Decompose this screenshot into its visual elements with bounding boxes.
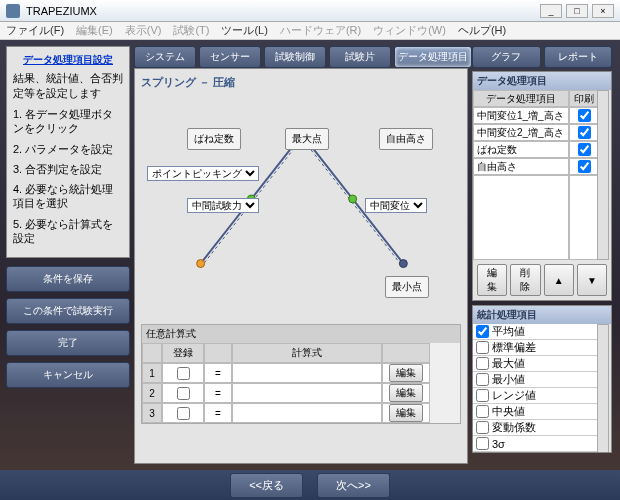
calc-reg-check[interactable] [162, 403, 204, 423]
calc-edit-button[interactable]: 編集 [389, 404, 423, 422]
next-button[interactable]: 次へ>> [317, 473, 390, 498]
stat-row[interactable]: 平均値 [473, 324, 599, 340]
done-button[interactable]: 完了 [6, 330, 130, 356]
tab-specimen[interactable]: 試験片 [329, 46, 391, 68]
menu-help[interactable]: ヘルプ(H) [458, 23, 506, 38]
tab-sensor[interactable]: センサー [199, 46, 261, 68]
node-free-height[interactable]: 自由高さ [379, 128, 433, 150]
stat-row[interactable]: 3σ [473, 436, 599, 452]
menu-file[interactable]: ファイル(F) [6, 23, 64, 38]
stat-row[interactable]: レンジ値 [473, 388, 599, 404]
cancel-button[interactable]: キャンセル [6, 362, 130, 388]
menu-bar: ファイル(F) 編集(E) 表示(V) 試験(T) ツール(L) ハードウェア(… [0, 22, 620, 40]
run-test-button[interactable]: この条件で試験実行 [6, 298, 130, 324]
stats-header: 統計処理項目 [473, 306, 611, 324]
item-cell [473, 175, 569, 260]
menu-edit[interactable]: 編集(E) [76, 23, 113, 38]
stat-row[interactable]: 変動係数 [473, 420, 599, 436]
back-button[interactable]: <<戻る [230, 473, 303, 498]
close-button[interactable]: × [592, 4, 614, 18]
stat-row[interactable]: 標準偏差 [473, 340, 599, 356]
main-panel: スプリング － 圧縮 ばね定数 最大点 自由高さ ポイントピッキング 中間試験力 [134, 68, 468, 464]
calc-col-formula: 計算式 [232, 343, 382, 363]
stat-row[interactable]: 最小値 [473, 372, 599, 388]
node-max-point[interactable]: 最大点 [285, 128, 329, 150]
edit-button[interactable]: 編集 [477, 264, 507, 296]
print-check [569, 175, 599, 260]
calc-edit-cell: 編集 [382, 383, 430, 403]
move-up-button[interactable]: ▲ [544, 264, 574, 296]
tab-control[interactable]: 試験制御 [264, 46, 326, 68]
footer-nav: <<戻る 次へ>> [0, 470, 620, 500]
data-items-header: データ処理項目 [473, 72, 611, 90]
mid-force-select[interactable]: 中間試験力 [187, 198, 259, 213]
stat-row[interactable]: 中央値 [473, 404, 599, 420]
tab-graph[interactable]: グラフ [472, 46, 541, 68]
calc-formula-cell[interactable] [232, 403, 382, 423]
guide-header: データ処理項目設定 [13, 53, 123, 67]
menu-test[interactable]: 試験(T) [173, 23, 209, 38]
window-title: TRAPEZIUMX [26, 5, 97, 17]
title-bar: TRAPEZIUMX _ □ × [0, 0, 620, 22]
node-spring-const[interactable]: ばね定数 [187, 128, 241, 150]
diagram-area: ばね定数 最大点 自由高さ ポイントピッキング 中間試験力 中間変位 最小点 [141, 94, 461, 294]
calc-edit-cell: 編集 [382, 363, 430, 383]
menu-window[interactable]: ウィンドウ(W) [373, 23, 446, 38]
calc-row-num: 3 [142, 403, 162, 423]
calc-edit-button[interactable]: 編集 [389, 384, 423, 402]
app-icon [6, 4, 20, 18]
scrollbar[interactable] [597, 324, 609, 452]
save-conditions-button[interactable]: 条件を保存 [6, 266, 130, 292]
maximize-button[interactable]: □ [566, 4, 588, 18]
svg-point-0 [197, 260, 205, 268]
calc-col-reg: 登録 [162, 343, 204, 363]
mid-disp-select[interactable]: 中間変位 [365, 198, 427, 213]
calc-eq: = [204, 383, 232, 403]
print-check[interactable] [569, 124, 599, 141]
tab-report[interactable]: レポート [544, 46, 613, 68]
svg-point-2 [399, 260, 407, 268]
calc-reg-check[interactable] [162, 363, 204, 383]
print-check[interactable] [569, 141, 599, 158]
tab-system[interactable]: システム [134, 46, 196, 68]
stat-row[interactable]: 最大値 [473, 356, 599, 372]
calc-edit-button[interactable]: 編集 [389, 364, 423, 382]
item-cell[interactable]: 自由高さ [473, 158, 569, 175]
move-down-button[interactable]: ▼ [577, 264, 607, 296]
svg-point-4 [349, 195, 357, 203]
print-check[interactable] [569, 158, 599, 175]
calc-col-edit [382, 343, 430, 363]
guide-step: 3. 合否判定を設定 [13, 162, 123, 176]
scrollbar[interactable] [597, 90, 609, 260]
picking-select[interactable]: ポイントピッキング [147, 166, 259, 181]
menu-tool[interactable]: ツール(L) [221, 23, 267, 38]
menu-hardware[interactable]: ハードウェア(R) [280, 23, 361, 38]
guide-step: 4. 必要なら統計処理項目を選択 [13, 182, 123, 211]
menu-view[interactable]: 表示(V) [125, 23, 162, 38]
tab-data-items[interactable]: データ処理項目 [394, 46, 472, 68]
calc-header: 任意計算式 [142, 325, 460, 343]
item-cell[interactable]: 中間変位2_増_高さ [473, 124, 569, 141]
calc-eq: = [204, 363, 232, 383]
calc-edit-cell: 編集 [382, 403, 430, 423]
guide-desc: 結果、統計値、合否判定等を設定します [13, 71, 123, 101]
main-title: スプリング － 圧縮 [141, 75, 461, 90]
node-min-point[interactable]: 最小点 [385, 276, 429, 298]
calc-formula-cell[interactable] [232, 363, 382, 383]
stats-panel: 統計処理項目 平均値 標準偏差 最大値 最小値 レンジ値 中央値 変動係数 3σ… [472, 305, 612, 453]
calc-formula-cell[interactable] [232, 383, 382, 403]
data-items-panel: データ処理項目 データ処理項目 印刷 中間変位1_増_高さ 中間変位2_増_高さ… [472, 71, 612, 301]
delete-button[interactable]: 削除 [510, 264, 540, 296]
item-cell[interactable]: ばね定数 [473, 141, 569, 158]
left-guide-panel: データ処理項目設定 結果、統計値、合否判定等を設定します 1. 各データ処理ボタ… [6, 46, 130, 258]
calc-box: 任意計算式 登録 計算式 1 = 編集 2 = 編集 3 = [141, 324, 461, 424]
main-tab-row: システム センサー 試験制御 試験片 データ処理項目 [134, 46, 472, 68]
item-cell[interactable]: 中間変位1_増_高さ [473, 107, 569, 124]
guide-step: 2. パラメータを設定 [13, 142, 123, 156]
diagram-lines [141, 94, 461, 294]
calc-reg-check[interactable] [162, 383, 204, 403]
minimize-button[interactable]: _ [540, 4, 562, 18]
guide-step: 5. 必要なら計算式を設定 [13, 217, 123, 246]
calc-row-num: 1 [142, 363, 162, 383]
print-check[interactable] [569, 107, 599, 124]
